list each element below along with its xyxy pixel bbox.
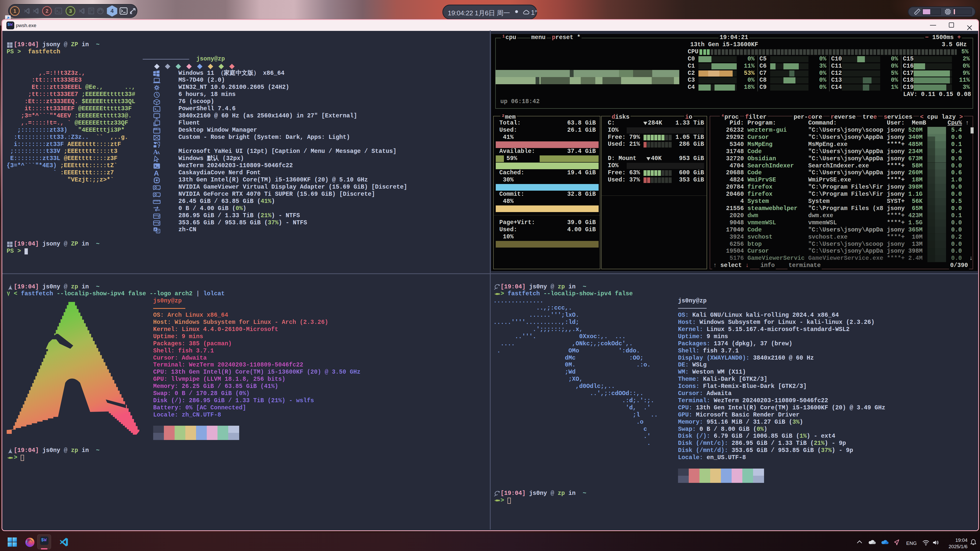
svg-text:A: A <box>154 170 159 176</box>
svg-text:A: A <box>157 150 160 155</box>
